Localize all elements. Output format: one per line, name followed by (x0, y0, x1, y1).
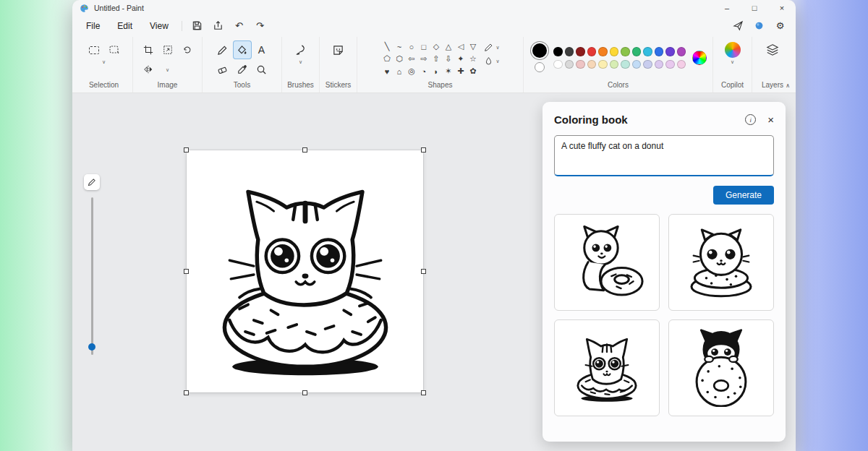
save-icon[interactable] (187, 17, 207, 35)
selection-handle[interactable] (184, 269, 189, 274)
color-swatch[interactable] (565, 47, 574, 56)
shape-icon[interactable]: ⇧ (430, 53, 442, 65)
pencil-tool-icon[interactable] (213, 40, 232, 59)
shape-icon[interactable]: ◗ (430, 65, 442, 77)
color-swatch[interactable] (665, 47, 675, 56)
minimize-button[interactable]: – (713, 0, 741, 16)
color-swatch[interactable] (576, 60, 585, 69)
text-tool-icon[interactable]: A (252, 40, 271, 59)
color-swatch[interactable] (565, 60, 574, 69)
shape-icon[interactable]: ✶ (442, 65, 454, 77)
color-swatch[interactable] (655, 60, 664, 69)
shape-icon[interactable]: ○ (405, 40, 417, 53)
shape-icon[interactable]: ╲ (380, 40, 393, 53)
shape-icon[interactable]: ◇ (430, 40, 442, 53)
color-swatch[interactable] (643, 47, 652, 56)
shape-icon[interactable]: ✦ (454, 53, 467, 65)
color-swatch[interactable] (643, 60, 652, 69)
color-swatch[interactable] (665, 60, 675, 69)
slider-thumb[interactable] (88, 343, 95, 351)
shape-icon[interactable]: ▽ (467, 40, 479, 53)
maximize-button[interactable]: □ (741, 0, 768, 16)
shape-fill-dropdown[interactable]: ∨ (484, 56, 499, 66)
panel-close-icon[interactable]: × (767, 114, 774, 125)
eraser-tool-icon[interactable] (213, 60, 232, 79)
selection-handle[interactable] (421, 269, 426, 274)
shape-icon[interactable]: ☆ (467, 53, 479, 65)
selection-dropdown-chevron[interactable]: ∨ (102, 59, 106, 64)
selection-handle[interactable] (302, 390, 307, 395)
color-swatch[interactable] (576, 47, 585, 56)
color-swatch[interactable] (587, 47, 597, 56)
selection-handle[interactable] (421, 147, 426, 153)
shape-icon[interactable]: ⇩ (442, 53, 454, 65)
color-picker-wheel-icon[interactable] (692, 51, 707, 65)
feedback-send-icon[interactable] (728, 17, 748, 35)
layers-icon[interactable] (763, 40, 782, 59)
shape-icon[interactable]: ♥ (380, 65, 393, 77)
color-swatch[interactable] (621, 47, 630, 56)
shape-icon[interactable]: △ (442, 40, 454, 53)
color-swatch[interactable] (677, 60, 686, 69)
copilot-icon[interactable] (723, 40, 742, 59)
selection-handle[interactable] (421, 390, 426, 395)
color-swatch[interactable] (587, 60, 597, 69)
canvas[interactable] (187, 150, 423, 392)
menu-item-view[interactable]: View (142, 19, 176, 33)
copilot-dropdown-chevron[interactable]: ∨ (731, 59, 734, 64)
selection-handle[interactable] (184, 147, 189, 153)
crop-icon[interactable] (139, 40, 158, 59)
thumbnail-1[interactable] (554, 214, 660, 311)
shape-icon[interactable]: ⇦ (405, 53, 417, 65)
thumbnail-4[interactable] (668, 319, 774, 416)
color-swatch[interactable] (553, 60, 563, 69)
thumbnail-3[interactable] (554, 319, 660, 416)
menu-item-edit[interactable]: Edit (109, 19, 140, 33)
copilot-badge-icon[interactable] (749, 17, 769, 35)
color-swatch[interactable] (621, 60, 630, 69)
generate-button[interactable]: Generate (713, 186, 774, 205)
background-color-swatch[interactable] (535, 62, 545, 72)
thumbnail-2[interactable] (668, 214, 774, 311)
shape-icon[interactable]: ⬠ (380, 53, 393, 65)
shape-outline-dropdown[interactable]: ∨ (484, 43, 499, 52)
brush-icon[interactable] (292, 40, 310, 59)
menu-item-file[interactable]: File (78, 19, 108, 33)
resize-icon[interactable] (158, 40, 177, 59)
selection-handle[interactable] (184, 390, 189, 395)
color-swatch[interactable] (610, 47, 619, 56)
shape-icon[interactable]: ✚ (454, 65, 467, 77)
color-swatch[interactable] (598, 60, 608, 69)
brushes-dropdown-chevron[interactable]: ∨ (299, 59, 302, 64)
ribbon-collapse-chevron[interactable]: ∧ (786, 82, 790, 89)
shape-icon[interactable]: □ (417, 40, 430, 53)
free-select-icon[interactable] (105, 40, 124, 59)
shape-icon[interactable]: ◔ (417, 65, 430, 77)
magnifier-tool-icon[interactable] (252, 60, 271, 79)
slider-track[interactable] (91, 197, 93, 355)
flip-icon[interactable] (139, 60, 158, 79)
shape-icon[interactable]: ⌂ (393, 65, 405, 77)
settings-gear-icon[interactable]: ⚙ (770, 17, 790, 35)
color-swatch[interactable] (632, 47, 642, 56)
rotate-icon[interactable] (178, 40, 197, 59)
color-swatch[interactable] (655, 47, 664, 56)
color-swatch[interactable] (553, 47, 563, 56)
shape-icon[interactable]: ⇨ (417, 53, 430, 65)
shape-icon[interactable]: ~ (393, 40, 405, 53)
color-swatch[interactable] (610, 60, 619, 69)
fill-tool-icon[interactable] (233, 40, 252, 59)
color-swatch[interactable] (632, 60, 642, 69)
color-picker-tool-icon[interactable] (233, 60, 252, 79)
color-swatch[interactable] (677, 47, 686, 56)
shape-icon[interactable]: ◁ (454, 40, 467, 53)
image-options-chevron[interactable]: ∨ (158, 60, 177, 79)
shape-icon[interactable]: ◎ (405, 65, 417, 77)
slider-pen-icon[interactable] (84, 174, 100, 190)
redo-icon[interactable]: ↷ (250, 17, 270, 35)
shape-icon[interactable]: ✿ (467, 65, 479, 77)
share-icon[interactable] (208, 17, 228, 35)
shape-icon[interactable]: ⬡ (393, 53, 405, 65)
close-button[interactable]: × (768, 0, 796, 16)
color-swatch[interactable] (598, 47, 608, 56)
